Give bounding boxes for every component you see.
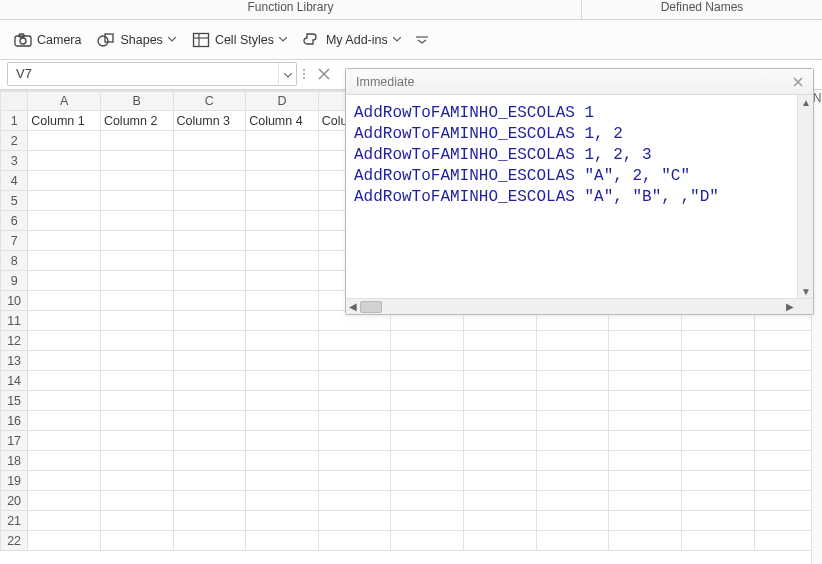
column-header[interactable]: B [100, 92, 173, 111]
scroll-up-arrow-icon[interactable]: ▲ [798, 95, 814, 109]
cell[interactable] [28, 191, 101, 211]
row-header[interactable]: 16 [1, 411, 28, 431]
column-header[interactable]: D [246, 92, 319, 111]
immediate-code-line[interactable]: AddRowToFAMINHO_ESCOLAS "A", "B", ,"D" [354, 187, 789, 208]
cell[interactable] [28, 131, 101, 151]
scroll-thumb[interactable] [360, 301, 382, 313]
cell[interactable] [246, 171, 319, 191]
cell[interactable] [318, 451, 391, 471]
cell[interactable] [28, 371, 101, 391]
cell[interactable] [28, 311, 101, 331]
cell[interactable] [609, 531, 682, 551]
row-header[interactable]: 11 [1, 311, 28, 331]
cell[interactable] [28, 391, 101, 411]
cell[interactable] [100, 171, 173, 191]
name-box-input[interactable] [8, 66, 278, 81]
cell[interactable] [246, 271, 319, 291]
cell[interactable] [173, 131, 246, 151]
cell[interactable]: Column 1 [28, 111, 101, 131]
cell[interactable] [682, 531, 755, 551]
row-header[interactable]: 1 [1, 111, 28, 131]
cell[interactable] [464, 351, 537, 371]
immediate-close-button[interactable] [789, 73, 807, 91]
name-box[interactable] [7, 62, 297, 86]
cell[interactable] [391, 451, 464, 471]
cell[interactable] [464, 411, 537, 431]
immediate-window[interactable]: Immediate AddRowToFAMINHO_ESCOLAS 1AddRo… [345, 68, 814, 315]
cell[interactable] [536, 371, 609, 391]
cell[interactable] [173, 231, 246, 251]
cell[interactable] [682, 391, 755, 411]
cell[interactable] [609, 491, 682, 511]
cell[interactable] [246, 311, 319, 331]
cell[interactable] [246, 131, 319, 151]
row-header[interactable]: 17 [1, 431, 28, 451]
cell[interactable] [318, 531, 391, 551]
cell[interactable] [28, 451, 101, 471]
cell[interactable] [100, 191, 173, 211]
cell[interactable] [609, 331, 682, 351]
row-header[interactable]: 13 [1, 351, 28, 371]
row-header[interactable]: 19 [1, 471, 28, 491]
cell[interactable] [536, 431, 609, 451]
row-header[interactable]: 18 [1, 451, 28, 471]
row-header[interactable]: 14 [1, 371, 28, 391]
cell[interactable] [609, 431, 682, 451]
cell[interactable] [173, 451, 246, 471]
cell[interactable] [173, 211, 246, 231]
cell[interactable] [682, 411, 755, 431]
cell[interactable] [28, 351, 101, 371]
cell[interactable] [682, 331, 755, 351]
cell[interactable] [318, 491, 391, 511]
cell[interactable] [682, 471, 755, 491]
cell[interactable] [464, 431, 537, 451]
cell[interactable] [536, 491, 609, 511]
scroll-track[interactable] [360, 300, 783, 314]
cell[interactable] [100, 451, 173, 471]
cell[interactable] [536, 471, 609, 491]
cell[interactable] [464, 331, 537, 351]
cell[interactable] [28, 291, 101, 311]
cell-styles-button[interactable]: Cell Styles [186, 28, 293, 52]
cell[interactable] [28, 411, 101, 431]
cell[interactable]: Column 4 [246, 111, 319, 131]
cell[interactable] [609, 471, 682, 491]
cell[interactable] [100, 431, 173, 451]
cell[interactable] [609, 391, 682, 411]
cell[interactable] [391, 351, 464, 371]
row-header[interactable]: 6 [1, 211, 28, 231]
cell[interactable] [464, 511, 537, 531]
cell[interactable] [318, 331, 391, 351]
cell[interactable]: Column 2 [100, 111, 173, 131]
cell[interactable] [536, 531, 609, 551]
cell[interactable] [173, 471, 246, 491]
scroll-right-arrow-icon[interactable]: ▶ [783, 299, 797, 315]
cell[interactable] [173, 371, 246, 391]
cell[interactable] [318, 511, 391, 531]
immediate-horizontal-scrollbar[interactable]: ◀ ▶ [346, 298, 813, 314]
immediate-code-line[interactable]: AddRowToFAMINHO_ESCOLAS 1, 2, 3 [354, 145, 789, 166]
cell[interactable] [28, 491, 101, 511]
cell[interactable] [464, 451, 537, 471]
cell[interactable] [682, 431, 755, 451]
cell[interactable] [28, 211, 101, 231]
cell[interactable] [246, 231, 319, 251]
cell[interactable] [246, 251, 319, 271]
cell[interactable] [246, 451, 319, 471]
cell[interactable] [246, 351, 319, 371]
row-header[interactable]: 15 [1, 391, 28, 411]
cell[interactable] [682, 511, 755, 531]
row-header[interactable]: 20 [1, 491, 28, 511]
cell[interactable] [100, 251, 173, 271]
cell[interactable] [100, 311, 173, 331]
cell[interactable] [100, 151, 173, 171]
cell[interactable] [318, 471, 391, 491]
cell[interactable] [536, 331, 609, 351]
cell[interactable] [28, 331, 101, 351]
cell[interactable] [28, 231, 101, 251]
name-box-dropdown[interactable] [278, 63, 296, 85]
drag-handle-icon[interactable] [303, 63, 309, 85]
cell[interactable] [246, 371, 319, 391]
cell[interactable] [100, 131, 173, 151]
cell[interactable] [246, 411, 319, 431]
